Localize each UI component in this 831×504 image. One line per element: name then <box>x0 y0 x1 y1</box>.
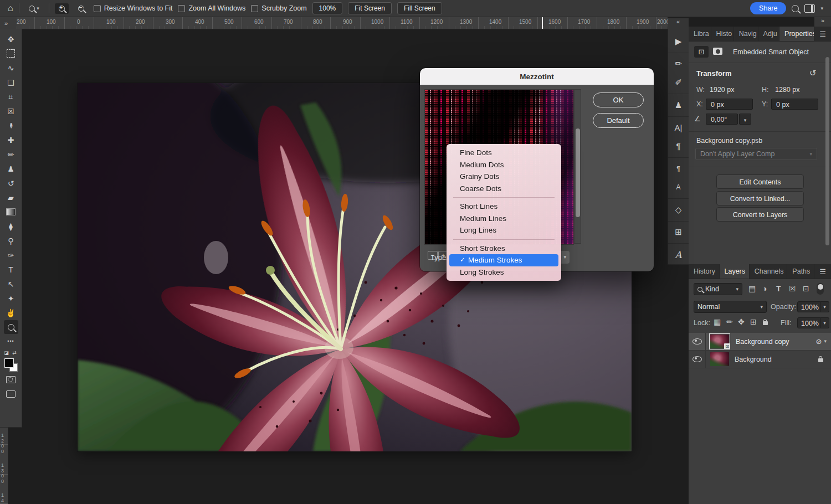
zoom-tool[interactable] <box>4 320 18 334</box>
panel-brushes[interactable]: ✐ <box>668 73 689 92</box>
lasso-tool[interactable]: ∿ <box>4 61 18 75</box>
color-swatches[interactable] <box>4 358 18 372</box>
hand-tool[interactable]: ✌ <box>4 306 18 320</box>
zoom-100-button[interactable]: 100% <box>312 2 343 14</box>
chevron-down-icon[interactable]: ▾ <box>824 339 827 344</box>
rotation-angle-field[interactable]: 0,00° <box>706 114 738 125</box>
visibility-toggle[interactable] <box>689 351 706 368</box>
marquee-tool[interactable] <box>4 47 18 60</box>
panel-menu-icon[interactable]: ☰ <box>814 27 831 41</box>
panel-menu-icon[interactable]: ☰ <box>814 264 831 279</box>
filter-shape-layers-icon[interactable]: ☒ <box>789 285 796 292</box>
toolbar-collapse-chevron[interactable]: » <box>0 17 17 29</box>
lock-position-icon[interactable]: ✥ <box>738 318 745 326</box>
brush-tool[interactable]: ✏ <box>4 147 18 161</box>
screen-mode-button[interactable] <box>4 387 18 401</box>
tab-histogram[interactable]: Histo <box>711 27 734 41</box>
lock-artboard-icon[interactable]: ⊞ <box>750 318 757 326</box>
panel-clone-source[interactable]: ♟ <box>668 96 689 115</box>
menu-item-long-lines[interactable]: Long Lines <box>447 224 561 236</box>
default-button[interactable]: Default <box>593 113 644 128</box>
pen-tool[interactable]: ✑ <box>4 248 18 262</box>
fill-screen-button[interactable]: Fill Screen <box>397 2 442 14</box>
menu-item-long-strokes[interactable]: Long Strokes <box>447 266 561 279</box>
opacity-dropdown[interactable]: ▾ <box>820 301 829 312</box>
tab-adjustments[interactable]: Adju <box>758 27 779 41</box>
ok-button[interactable]: OK <box>593 92 644 107</box>
lock-pixels-icon[interactable]: ✏ <box>726 318 733 326</box>
dodge-tool[interactable]: ⚲ <box>4 234 18 248</box>
healing-brush-tool[interactable]: ✚ <box>4 133 18 147</box>
quick-mask-button[interactable] <box>4 373 18 387</box>
panel-scrollbar[interactable] <box>825 57 829 245</box>
menu-item-short-lines[interactable]: Short Lines <box>447 200 561 213</box>
edit-toolbar-button[interactable]: ••• <box>4 335 18 348</box>
zoom-tool-icon[interactable]: ▾ <box>25 2 43 15</box>
panel-glyphs[interactable]: A <box>668 245 689 264</box>
crop-tool[interactable]: ⌗ <box>4 90 18 104</box>
panel-character-styles[interactable]: A <box>668 178 689 197</box>
tab-paths[interactable]: Paths <box>787 264 814 279</box>
menu-item-grainy-dots[interactable]: Grainy Dots <box>447 171 561 183</box>
home-icon[interactable]: ⌂ <box>8 4 13 13</box>
layer-row-background[interactable]: Background <box>689 351 831 368</box>
tab-navigator[interactable]: Navig <box>734 27 758 41</box>
expand-panels-chevron[interactable]: » <box>814 17 831 27</box>
panel-brush-settings[interactable]: ✏ <box>668 55 689 74</box>
layer-name[interactable]: Background <box>735 356 772 363</box>
eyedropper-tool[interactable]: ✒ <box>4 119 18 132</box>
smart-object-filter-button[interactable]: ⊡ <box>694 46 709 58</box>
clone-stamp-tool[interactable]: ♟ <box>4 162 18 176</box>
layer-thumbnail[interactable]: ⊡ <box>709 333 730 349</box>
opacity-field[interactable]: 100% <box>797 301 820 312</box>
workspace-icon[interactable] <box>804 4 815 13</box>
tab-layers[interactable]: Layers <box>720 264 750 279</box>
panel-paragraph[interactable]: ¶ <box>668 137 689 156</box>
chevron-down-icon[interactable]: ▾ <box>820 6 823 11</box>
visibility-toggle[interactable] <box>689 333 706 350</box>
smart-filters-icon[interactable]: ⊘ <box>816 337 822 346</box>
y-position-field[interactable]: 0 px <box>771 99 818 110</box>
fill-field[interactable]: 100% <box>797 317 820 328</box>
mask-filter-button[interactable] <box>713 48 722 55</box>
resize-windows-checkbox[interactable]: Resize Windows to Fit <box>94 4 173 12</box>
x-position-field[interactable]: 0 px <box>706 99 753 110</box>
dialog-title[interactable]: Mezzotint <box>420 68 654 85</box>
fill-dropdown[interactable]: ▾ <box>820 317 829 328</box>
lock-transparent-icon[interactable]: ▦ <box>714 318 721 326</box>
filter-image-layers-icon[interactable]: ▤ <box>748 285 756 292</box>
filter-adjustment-layers-icon[interactable]: ◑ <box>762 285 767 292</box>
tab-channels[interactable]: Channels <box>750 264 788 279</box>
filter-toggle-switch[interactable] <box>817 283 824 295</box>
zoom-all-windows-checkbox[interactable]: Zoom All Windows <box>178 4 245 12</box>
lock-all-icon[interactable] <box>763 321 768 325</box>
panel-character[interactable]: A| <box>668 119 689 137</box>
eraser-tool[interactable]: ▰ <box>4 191 18 204</box>
swap-colors-icon[interactable]: ◪ ⇄ <box>4 350 18 356</box>
shape-tool[interactable]: ✦ <box>4 291 18 305</box>
preview-scrollbar[interactable] <box>574 89 581 244</box>
tab-libraries[interactable]: Libra <box>689 27 711 41</box>
scrollbar-thumb[interactable] <box>576 128 580 217</box>
reset-transform-icon[interactable]: ↺ <box>809 68 817 78</box>
menu-item-medium-lines[interactable]: Medium Lines <box>447 213 561 225</box>
foreground-color-swatch[interactable] <box>4 358 14 368</box>
layer-name[interactable]: Background copy <box>736 338 789 346</box>
move-tool[interactable]: ✥ <box>4 32 18 46</box>
tab-history[interactable]: History <box>689 264 720 279</box>
convert-to-layers-button[interactable]: Convert to Layers <box>716 207 804 222</box>
layer-thumbnail[interactable] <box>710 352 729 366</box>
scrubby-zoom-checkbox[interactable]: Scrubby Zoom <box>251 4 306 12</box>
type-tool[interactable]: T <box>4 263 18 276</box>
frame-tool[interactable]: ☒ <box>4 104 18 118</box>
object-selection-tool[interactable]: ❏ <box>4 75 18 89</box>
search-icon[interactable] <box>792 5 799 12</box>
fit-screen-button[interactable]: Fit Screen <box>348 2 392 14</box>
panel-paragraph-styles[interactable]: ¶ <box>668 160 689 178</box>
edit-contents-button[interactable]: Edit Contents <box>716 174 804 189</box>
menu-item-short-strokes[interactable]: Short Strokes <box>447 243 561 255</box>
layer-filter-select[interactable]: Kind ▾ <box>694 283 742 295</box>
menu-item-medium-strokes[interactable]: ✓ Medium Strokes <box>449 254 558 266</box>
share-button[interactable]: Share <box>750 2 786 14</box>
zoom-in-button[interactable] <box>55 3 69 14</box>
